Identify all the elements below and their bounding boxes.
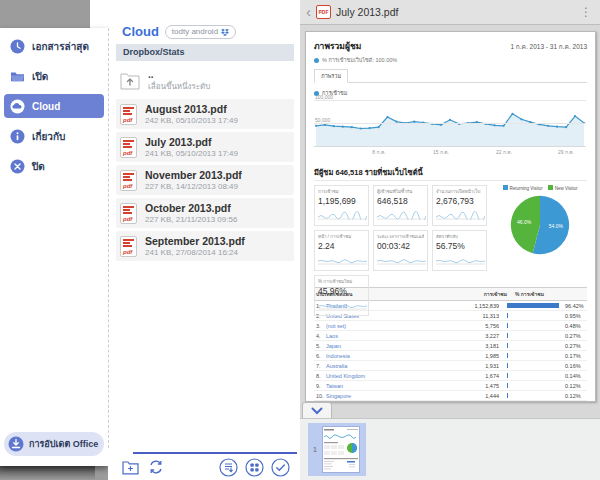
sidebar-item-label: เกี่ยวกับ — [32, 129, 65, 144]
sidebar-item-about[interactable]: เกี่ยวกับ — [4, 124, 104, 148]
country-link[interactable]: Indonesia — [326, 353, 457, 359]
new-folder-icon — [122, 460, 139, 475]
panel-divider — [108, 28, 109, 448]
view-grid-button[interactable] — [244, 457, 264, 477]
report-date-range: 1 ก.ค. 2013 - 31 ก.ค. 2013 — [510, 42, 587, 52]
refresh-icon — [148, 459, 164, 475]
metrics-section: การเข้าชม1,195,699 ผู้เข้าชมที่ไม่ซ้ำกัน… — [314, 185, 587, 284]
sidebar-item-label: เปิด — [32, 69, 48, 84]
file-row[interactable]: pdf September 2013.pdf241 KB, 27/08/2014… — [116, 231, 294, 261]
table-row: 9.Taiwan1,4750.12% — [314, 381, 587, 391]
sidebar-item-recent[interactable]: เอกสารล่าสุด — [4, 34, 104, 58]
line-plot: 100,000 50,000 — [314, 100, 586, 146]
sparkline-icon — [436, 211, 485, 220]
svg-text:54.0%: 54.0% — [549, 224, 564, 229]
account-chip[interactable]: todty android — [165, 25, 236, 39]
sparkline-icon — [377, 256, 426, 265]
report-overview-tab: ภาพรวม — [314, 69, 348, 83]
file-row[interactable]: pdf October 2013.pdf227 KB, 21/11/2013 0… — [116, 198, 294, 228]
thumbnail-collapse-button[interactable] — [302, 402, 332, 418]
refresh-button[interactable] — [146, 457, 166, 477]
up-row-name: .. — [148, 69, 210, 80]
visits-line-chart: การเข้าชม 100,000 50,000 8 ก.ค. 15 ก.ค. … — [314, 89, 587, 161]
office-update-button[interactable]: การอัปเดต Office — [4, 432, 104, 456]
sort-button[interactable] — [218, 457, 238, 477]
file-meta: 242 KB, 05/10/2013 17:49 — [145, 116, 238, 125]
file-meta: 241 KB, 27/08/2014 16:24 — [145, 248, 245, 257]
legend-new: New Visitor — [548, 185, 578, 191]
country-link[interactable]: Singapore — [326, 393, 457, 399]
country-link[interactable]: Japan — [326, 343, 457, 349]
country-link[interactable]: Taiwan — [326, 383, 457, 389]
pdf-file-icon: pdf — [120, 137, 137, 158]
y-tick-50000: 50,000 — [315, 117, 330, 123]
visitor-type-pie-chart: Returning Visitor New Visitor 54.0%46.0% — [495, 185, 585, 256]
country-link[interactable]: (not set) — [326, 323, 457, 329]
viewer-header: ‹ PDF July 2013.pdf ⋮ — [300, 0, 600, 25]
check-icon — [271, 458, 290, 477]
file-toolbar — [120, 457, 296, 477]
thumbnail-content-icon — [323, 427, 359, 472]
country-link[interactable]: United Kingdom — [326, 373, 457, 379]
new-swatch-icon — [548, 185, 553, 190]
pdf-file-icon: pdf — [120, 104, 137, 125]
metric-pages-per-visit: หน้า / การเข้าชม2.24 — [314, 230, 369, 271]
sparkline-icon — [318, 301, 367, 310]
percent-bar — [507, 393, 508, 398]
account-name: todty android — [172, 27, 218, 36]
file-row[interactable]: pdf August 2013.pdf242 KB, 05/10/2013 17… — [116, 99, 294, 129]
back-button[interactable]: ‹ — [300, 3, 316, 22]
sort-icon — [219, 458, 238, 477]
clock-icon — [10, 39, 25, 54]
up-one-level-row[interactable]: .. เลื่อนขึ้นหนึ่งระดับ — [116, 63, 294, 99]
select-button[interactable] — [270, 457, 290, 477]
pdf-badge-icon: PDF — [316, 5, 331, 19]
file-row[interactable]: pdf November 2013.pdf227 KB, 14/12/2013 … — [116, 165, 294, 195]
up-row-desc: เลื่อนขึ้นหนึ่งระดับ — [148, 80, 210, 93]
metric-bounce-rate: อัตราตีกลับ56.75% — [432, 230, 487, 271]
pdf-file-icon: pdf — [120, 170, 137, 191]
cloud-icon — [10, 99, 25, 114]
visitors-headline: มีผู้ชม 646,518 รายที่ชมเว็บไซต์นี้ — [314, 166, 587, 181]
overflow-menu-button[interactable]: ⋮ — [572, 5, 600, 19]
close-icon — [10, 159, 25, 174]
sidebar-item-label: Cloud — [32, 101, 60, 112]
percent-bar — [507, 333, 508, 338]
pie-chart-svg: 54.0%46.0% — [509, 194, 571, 256]
sparkline-icon — [436, 256, 485, 265]
tab-divider — [314, 82, 587, 83]
grid-icon — [245, 458, 264, 477]
x-tick: 8 ก.ค. — [372, 148, 385, 156]
file-meta: 227 KB, 14/12/2013 08:49 — [145, 182, 242, 191]
page-1-thumbnail[interactable]: 1 — [308, 423, 366, 476]
file-name: July 2013.pdf — [145, 136, 238, 148]
percent-bar — [507, 383, 508, 388]
country-link[interactable]: Laos — [326, 333, 457, 339]
sparkline-icon — [377, 211, 426, 220]
country-link[interactable]: Australia — [326, 363, 457, 369]
sidebar-item-open[interactable]: เปิด — [4, 64, 104, 88]
x-tick: 22 ก.ค. — [496, 148, 512, 156]
report-segment: % การเข้าชมเว็บไซต์: 100.00% — [314, 56, 587, 64]
sidebar-item-label: ปิด — [32, 159, 45, 174]
cloud-panel-title: Cloud — [122, 24, 159, 39]
toolbar-divider — [133, 452, 297, 454]
sidebar-item-cloud[interactable]: Cloud — [4, 94, 104, 118]
info-icon — [10, 129, 25, 144]
file-row[interactable]: pdf July 2013.pdf241 KB, 05/10/2013 17:4… — [116, 132, 294, 162]
returning-swatch-icon — [503, 185, 508, 190]
new-folder-button[interactable] — [120, 457, 140, 477]
thumbnail-preview — [322, 426, 360, 473]
sidebar-item-close[interactable]: ปิด — [4, 154, 104, 178]
sparkline-icon — [318, 211, 367, 220]
table-row: 4.Laos3,2270.27% — [314, 331, 587, 341]
table-row: 3.(not set)5,7560.48% — [314, 321, 587, 331]
pdf-file-icon: pdf — [120, 203, 137, 224]
pdf-page[interactable]: ภาพรวมผู้ชม 1 ก.ค. 2013 - 31 ก.ค. 2013 %… — [305, 31, 596, 402]
x-tick: 29 ก.ค. — [558, 148, 574, 156]
chart-legend: การเข้าชม — [314, 89, 587, 97]
thumbnail-page-number: 1 — [308, 446, 322, 453]
pdf-file-icon: pdf — [120, 236, 137, 257]
file-name: October 2013.pdf — [145, 202, 237, 214]
folder-icon — [10, 69, 25, 84]
